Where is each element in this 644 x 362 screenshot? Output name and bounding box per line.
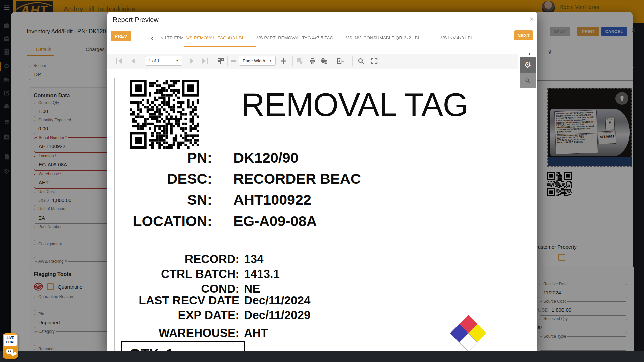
report-center-value: Dec/11/2029 xyxy=(244,308,311,321)
report-center-label: LAST RECV DATE xyxy=(115,293,239,308)
report-center-label: RECORD: xyxy=(115,252,239,266)
search-icon[interactable] xyxy=(357,57,365,65)
active-tab-underline xyxy=(184,46,256,47)
screen: AHT Ambry Hill Technologies Robin VanFlo… xyxy=(0,0,644,362)
toolbar-divider xyxy=(292,56,293,66)
report-page: REMOVAL TAG PN:DK120/90 DESC:RECORDER BE… xyxy=(114,78,514,351)
report-detail-label: PN: xyxy=(115,149,212,166)
toolbar-divider xyxy=(227,56,228,66)
zoom-in-icon[interactable] xyxy=(280,57,288,65)
export-icon[interactable] xyxy=(336,57,344,65)
report-detail-value: RECORDER BEAC xyxy=(233,171,361,187)
next-page-icon[interactable] xyxy=(188,57,196,65)
multi-page-view-icon[interactable] xyxy=(217,57,225,65)
report-template-tab[interactable]: VS.PART_REMOVAL_TAG.4x7.5.TAG xyxy=(257,35,333,40)
report-detail-row: PN:DK120/90 xyxy=(115,149,514,171)
last-page-icon[interactable] xyxy=(201,57,209,65)
report-preview-modal: Report Preview ✕ PREV NEXT ‹ N.LTR.FRMVS… xyxy=(107,12,537,351)
live-chat-robot-icon xyxy=(5,347,15,357)
viewer-search-icon[interactable] xyxy=(520,73,536,88)
report-detail-rows: PN:DK120/90 DESC:RECORDER BEAC SN:AHT100… xyxy=(115,149,514,234)
zoom-mode-select[interactable]: Page Width▼ xyxy=(239,56,276,66)
prev-page-icon[interactable] xyxy=(129,57,137,65)
report-qr-code xyxy=(130,80,199,149)
report-center-value: Dec/11/2024 xyxy=(244,294,311,307)
first-page-icon[interactable] xyxy=(115,57,123,65)
zoom-out-icon[interactable] xyxy=(229,57,237,65)
prev-report-button[interactable]: PREV xyxy=(111,31,131,41)
report-qty: QTY: 1 xyxy=(129,346,244,351)
report-template-tab[interactable]: VS.REMOVAL_TAG.4x3.LBL xyxy=(186,35,244,40)
report-center-value: AHT xyxy=(244,326,268,339)
report-detail-row: DESC:RECORDER BEAC xyxy=(115,171,514,192)
report-template-tab[interactable]: VS.INV_CONSUMABLE.QR.3x2.LBL xyxy=(346,35,420,40)
report-center-value: 134 xyxy=(244,252,263,265)
report-center-label: CTRL BATCH: xyxy=(115,266,239,281)
report-template-tab[interactable]: VS.INV.4x3.LBL xyxy=(441,35,473,40)
page-indicator-select[interactable]: 1 of 1▼ xyxy=(145,56,182,66)
caret-down-icon: ▼ xyxy=(172,59,179,62)
report-detail-row: SN:AHT100922 xyxy=(115,192,514,213)
toolbar-divider xyxy=(352,56,353,66)
report-detail-value: DK120/90 xyxy=(233,149,299,166)
report-detail-label: SN: xyxy=(115,192,212,208)
report-center-label: EXP DATE: xyxy=(115,308,239,322)
panel-collapse-chevron-icon[interactable]: ‹ xyxy=(529,50,531,57)
report-template-tab[interactable]: N.LTR.FRM xyxy=(160,35,184,40)
page-bottom-band xyxy=(0,351,644,362)
report-detail-label: DESC: xyxy=(115,171,212,187)
report-center-row: CTRL BATCH:1413.1 xyxy=(115,266,514,281)
report-qty-box: QTY: 1 xyxy=(121,341,245,351)
report-detail-value: AHT100922 xyxy=(233,192,311,208)
report-center-row: LAST RECV DATEDec/11/2024 xyxy=(115,293,514,308)
tab-scroll-left-icon[interactable]: ‹ xyxy=(151,34,153,42)
modal-title: Report Preview xyxy=(113,16,159,24)
parameters-gear-icon[interactable]: ⚙ xyxy=(520,57,536,73)
toolbar-divider xyxy=(212,56,212,66)
report-detail-row: LOCATION:EG-A09-08A xyxy=(115,213,514,234)
caret-down-icon: ▼ xyxy=(266,59,272,62)
report-detail-label: LOCATION: xyxy=(115,213,212,229)
report-detail-value: EG-A09-08A xyxy=(233,213,317,229)
report-center-label: WAREHOUSE: xyxy=(115,325,239,340)
report-title: REMOVAL TAG xyxy=(199,86,511,124)
close-icon[interactable]: ✕ xyxy=(529,16,534,22)
report-center-row: RECORD:134 xyxy=(115,252,514,266)
print-document-icon[interactable] xyxy=(320,57,328,65)
live-chat-widget[interactable]: LIVECHAT xyxy=(3,333,18,359)
selection-pointer-icon[interactable] xyxy=(296,57,304,65)
next-report-button[interactable]: NEXT xyxy=(514,30,533,40)
fullscreen-icon[interactable] xyxy=(370,57,378,65)
live-chat-bubble: LIVECHAT xyxy=(4,335,17,346)
nfpa-diamond-icon xyxy=(450,315,486,351)
print-icon[interactable] xyxy=(309,57,317,65)
report-center-value: 1413.1 xyxy=(244,267,280,280)
